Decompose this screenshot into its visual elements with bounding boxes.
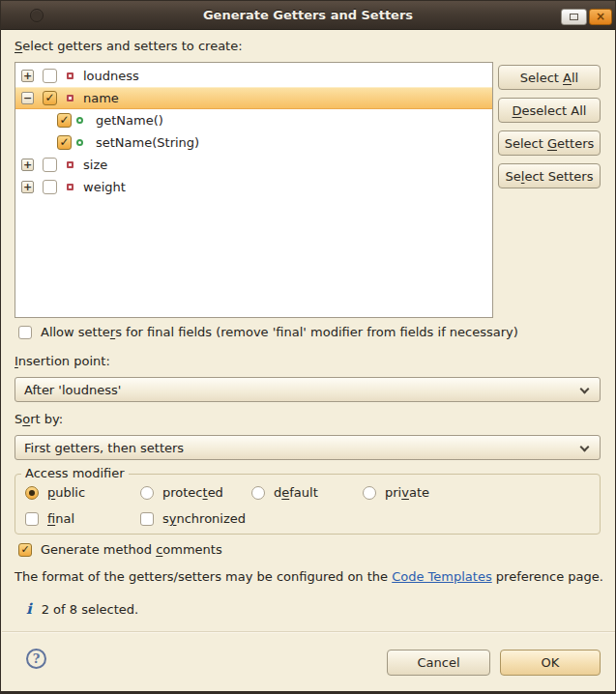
cancel-button[interactable]: Cancel: [387, 650, 490, 676]
checkbox-icon[interactable]: [140, 512, 154, 526]
allow-setters-row: Allow setters for final fields (remove '…: [18, 325, 518, 339]
check-icon: ✓: [44, 92, 54, 103]
generate-comments-checkbox[interactable]: ✓: [18, 543, 32, 557]
titlebar[interactable]: Generate Getters and Setters ×: [1, 1, 615, 30]
insertion-point-value: After 'loudness': [24, 383, 121, 397]
checkbox-name[interactable]: ✓: [43, 91, 57, 105]
close-icon: ×: [596, 11, 605, 22]
select-setters-button[interactable]: Select Setters: [498, 163, 601, 188]
field-icon: [67, 184, 73, 190]
field-icon: [67, 95, 73, 101]
help-button[interactable]: ?: [26, 649, 46, 669]
check-icon: ✓: [20, 544, 29, 555]
tree-item-label: setName(String): [96, 135, 199, 150]
info-icon: i: [26, 600, 32, 618]
checkbox-size[interactable]: [43, 158, 57, 172]
tree-item-label: getName(): [96, 113, 163, 128]
status-text: 2 of 8 selected.: [42, 602, 138, 617]
select-getters-button[interactable]: Select Getters: [498, 130, 601, 156]
expand-icon[interactable]: +: [21, 70, 34, 82]
allow-setters-checkbox[interactable]: [18, 326, 32, 339]
expand-icon[interactable]: +: [21, 181, 34, 193]
button-bar-separator: [2, 631, 616, 632]
tree-row-weight[interactable]: + weight: [15, 176, 492, 198]
checkbox-loudness[interactable]: [43, 69, 57, 83]
header-label: Select getters and setters to create:: [15, 39, 243, 53]
tree-item-label: name: [83, 91, 119, 105]
sort-by-value: First getters, then setters: [24, 441, 184, 455]
chevron-down-icon: [580, 385, 590, 394]
chevron-down-icon: [580, 443, 590, 452]
radio-icon[interactable]: [251, 486, 265, 500]
select-all-button[interactable]: Select All: [498, 65, 601, 90]
insertion-point-label: Insertion point:: [15, 354, 110, 368]
generate-comments-label: Generate method comments: [41, 542, 222, 557]
checkbox-getname[interactable]: ✓: [57, 113, 72, 128]
access-modifier-group: Access modifier public protected default…: [15, 474, 601, 535]
checkbox-weight[interactable]: [43, 180, 57, 194]
radio-protected[interactable]: protected: [140, 485, 223, 500]
checkbox-icon[interactable]: [25, 512, 39, 526]
tree-row-name[interactable]: − ✓ name: [15, 87, 492, 109]
window-menu-icon[interactable]: [30, 9, 44, 22]
generate-comments-row: ✓ Generate method comments: [18, 542, 222, 557]
getter-setter-tree: + loudness − ✓ name ✓ getName() ✓ setNam…: [15, 62, 493, 318]
sort-by-select[interactable]: First getters, then setters: [15, 435, 601, 460]
status-row: i 2 of 8 selected.: [26, 600, 138, 618]
sort-by-label: Sort by:: [15, 412, 63, 426]
checkbox-setname[interactable]: ✓: [57, 135, 72, 150]
radio-icon[interactable]: [363, 486, 376, 500]
format-note: The format of the getters/setters may be…: [15, 569, 603, 584]
checkbox-synchronized[interactable]: synchronized: [140, 511, 246, 526]
radio-icon[interactable]: [25, 486, 39, 500]
maximize-button[interactable]: [561, 9, 587, 25]
access-modifier-title: Access modifier: [21, 466, 129, 480]
method-icon: [76, 139, 83, 146]
field-icon: [67, 161, 73, 168]
radio-dot: [29, 490, 35, 496]
insertion-point-select[interactable]: After 'loudness': [15, 377, 601, 402]
maximize-icon: [570, 14, 578, 20]
expand-icon[interactable]: +: [21, 159, 34, 171]
check-icon: ✓: [59, 114, 69, 126]
tree-row-loudness[interactable]: + loudness: [15, 65, 492, 87]
close-button[interactable]: ×: [589, 9, 612, 25]
tree-item-label: weight: [83, 180, 126, 194]
question-icon: ?: [33, 651, 41, 666]
radio-private[interactable]: private: [363, 485, 429, 500]
tree-row-setname[interactable]: ✓ setName(String): [15, 131, 492, 154]
radio-public[interactable]: public: [25, 485, 85, 500]
tree-row-getname[interactable]: ✓ getName(): [15, 109, 492, 131]
deselect-all-button[interactable]: Deselect All: [498, 98, 601, 123]
window-title: Generate Getters and Setters: [203, 8, 413, 22]
radio-icon[interactable]: [140, 486, 154, 500]
ok-button[interactable]: OK: [500, 650, 601, 676]
checkbox-final[interactable]: final: [25, 511, 74, 526]
code-templates-link[interactable]: Code Templates: [392, 569, 492, 584]
tree-item-label: loudness: [83, 69, 139, 83]
collapse-icon[interactable]: −: [21, 92, 34, 104]
method-icon: [76, 117, 83, 124]
check-icon: ✓: [59, 136, 69, 148]
generate-getters-setters-dialog: Generate Getters and Setters × Select ge…: [0, 0, 616, 694]
tree-item-label: size: [83, 158, 107, 172]
radio-default[interactable]: default: [251, 485, 318, 500]
allow-setters-label: Allow setters for final fields (remove '…: [41, 325, 518, 339]
field-icon: [67, 72, 73, 79]
tree-row-size[interactable]: + size: [15, 154, 492, 176]
